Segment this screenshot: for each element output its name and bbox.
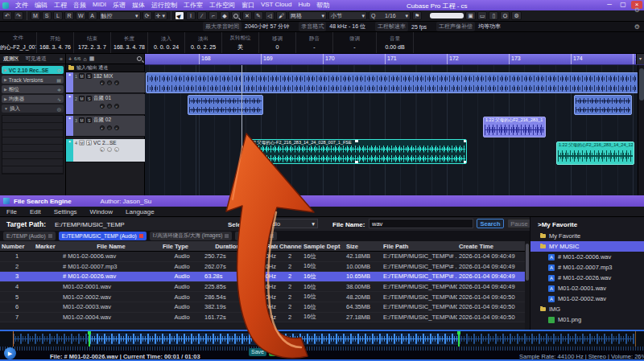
read-automation-button[interactable]: R bbox=[64, 11, 74, 20]
table-row[interactable]: 2 # M01-02-0007.mp3 Audio 262.07s 44100H… bbox=[0, 262, 525, 273]
record-enable-icon[interactable]: ● bbox=[100, 104, 105, 109]
grid-overlay-button[interactable]: ✛ ▾ bbox=[154, 11, 167, 20]
menu-item[interactable]: 文件 bbox=[12, 1, 31, 10]
close-tab-icon[interactable] bbox=[139, 234, 143, 238]
insert-slot[interactable] bbox=[2, 145, 63, 152]
menu-item[interactable]: Edit bbox=[23, 208, 47, 215]
timeline-ruler[interactable]: 168169170171172173174175 bbox=[145, 54, 644, 65]
tree-item-file[interactable]: AM01-02-0001.wav bbox=[530, 283, 644, 293]
column-header[interactable]: Sample Rate bbox=[242, 243, 278, 250]
event-handle[interactable] bbox=[464, 161, 467, 164]
column-header[interactable]: Create Time bbox=[457, 243, 525, 250]
column-header[interactable]: Marker bbox=[34, 243, 61, 250]
column-header[interactable]: Number bbox=[0, 243, 34, 250]
column-header[interactable]: File Path bbox=[382, 243, 457, 250]
insert-slot[interactable] bbox=[2, 152, 63, 159]
search-button[interactable]: Search bbox=[477, 219, 504, 228]
path-tab[interactable]: I:/高清环绕音乐/大海 (Images) bbox=[150, 232, 233, 240]
inspector-section-track-versions[interactable]: ▶Track Versions▤ bbox=[2, 76, 64, 84]
monitor-icon[interactable]: ◁ bbox=[107, 80, 112, 85]
event-display[interactable]: 1.22 父母的心F2_216_283_1 1.22 父母的心-F2_216_2… bbox=[145, 65, 644, 195]
event-handle[interactable] bbox=[355, 161, 358, 164]
scrollbar-thumb[interactable] bbox=[526, 244, 529, 281]
info-value[interactable]: 168. 3. 4. 78 bbox=[114, 44, 145, 50]
refresh-icon[interactable]: ⟳ bbox=[57, 68, 61, 73]
vertical-scrollbar[interactable] bbox=[638, 65, 644, 195]
menu-item[interactable]: 工作室 bbox=[180, 1, 206, 10]
pan-law[interactable]: 工程声像补偿均等功率 bbox=[436, 22, 501, 31]
ruler-bar[interactable]: 174 bbox=[571, 54, 633, 64]
track-row-vc2-selected[interactable]: ✦ 4MSVC 2...SE ●◁e bbox=[66, 139, 145, 162]
io-channels-row[interactable]: 输入/输出 通道 bbox=[66, 64, 144, 72]
info-value[interactable]: 关 bbox=[237, 43, 243, 51]
listen-button[interactable]: L bbox=[53, 11, 63, 20]
info-value[interactable]: 1.22父母的心-F2_J_007_1_FSE bbox=[0, 43, 37, 51]
info-value[interactable]: - bbox=[313, 44, 315, 50]
menu-item[interactable]: 音频 bbox=[70, 1, 89, 10]
grid-type-select[interactable]: 小节▾ bbox=[328, 11, 367, 20]
menu-item[interactable]: 编辑 bbox=[31, 1, 51, 10]
menu-item[interactable]: Language bbox=[119, 208, 161, 215]
column-header[interactable]: Channels bbox=[278, 243, 302, 250]
info-value[interactable]: - bbox=[353, 44, 355, 50]
insert-slot[interactable] bbox=[2, 116, 63, 123]
menu-item[interactable]: 乐谱 bbox=[109, 1, 129, 10]
glue-tool[interactable]: ⌐ bbox=[208, 11, 218, 20]
info-value[interactable]: 0.00 dB bbox=[385, 44, 404, 50]
info-column[interactable]: 淡入 0. 0. 0. 24 bbox=[148, 32, 185, 53]
menu-item[interactable]: File bbox=[0, 208, 23, 215]
column-header[interactable]: Duration bbox=[203, 243, 242, 250]
info-column[interactable]: 反转相位 关 bbox=[222, 32, 259, 53]
draw-tool[interactable]: ✎ bbox=[254, 11, 263, 20]
close-tab-icon[interactable] bbox=[270, 234, 274, 238]
gear-icon[interactable]: ⚙ bbox=[634, 23, 640, 31]
inspector-section-eq[interactable]: ▶均衡器∿ bbox=[2, 95, 64, 103]
track-name[interactable]: 音频 01 bbox=[93, 95, 111, 102]
record-enable-icon[interactable]: ● bbox=[100, 147, 105, 152]
menu-item[interactable]: Window bbox=[84, 208, 119, 215]
cancel-button[interactable]: Cancel bbox=[265, 335, 286, 344]
info-value[interactable]: 0. 0. 0. 24 bbox=[154, 44, 179, 50]
path-tab-active[interactable]: E:/TEMP/MUSIC_TEMP (Audio) bbox=[59, 232, 147, 240]
solo-button[interactable]: S bbox=[86, 117, 92, 123]
insert-slot[interactable] bbox=[2, 137, 63, 145]
audio-event-182mix[interactable] bbox=[146, 72, 638, 93]
audio-event-selected[interactable]: 1.22 父母的心-F2_216_283_14_24_028_007_1_FSE bbox=[245, 139, 467, 164]
tree-item-image[interactable]: M01.png bbox=[530, 314, 644, 325]
favorites-header[interactable]: >My Favorite bbox=[530, 217, 644, 231]
audio-event-cyan-right[interactable]: 1.22 父母的心F2_216_283_14_24_1228 bbox=[556, 142, 634, 165]
ruler-bar[interactable]: 168 bbox=[199, 54, 261, 64]
info-column[interactable]: 移调 0 bbox=[259, 32, 296, 53]
monitor-icon[interactable]: ◁ bbox=[107, 125, 112, 130]
solo-button[interactable]: S bbox=[86, 96, 92, 101]
range-selection-tool[interactable]: I bbox=[186, 11, 196, 20]
suspend-automation-button[interactable]: A bbox=[88, 11, 97, 20]
frame-rate[interactable]: 工程帧速率25 fps bbox=[375, 22, 427, 31]
info-column[interactable]: 文件 1.22父母的心-F2_J_007_1_FSE bbox=[0, 32, 37, 53]
menu-item[interactable]: 运行控制 bbox=[148, 1, 180, 10]
table-row[interactable]: 4 M01-02-0001.wav Audio 225.85s 44100Hz … bbox=[0, 282, 525, 293]
layout-right-zone-button[interactable]: ▯ bbox=[489, 11, 498, 20]
layout-left-zone-button[interactable]: ▣ bbox=[465, 11, 476, 20]
drag-button[interactable]: Drag bbox=[287, 348, 305, 356]
close-tab-icon[interactable] bbox=[48, 234, 52, 238]
menu-item[interactable]: 窗口 bbox=[238, 1, 258, 10]
grid-icon[interactable]: ▦ bbox=[89, 55, 95, 62]
insert-slot[interactable] bbox=[2, 130, 63, 137]
file-type-select[interactable]: Audio▾ bbox=[262, 219, 318, 228]
tree-item-file[interactable]: A# M01-02-0006.wav bbox=[530, 252, 644, 262]
sync-icon[interactable]: ⟳ bbox=[142, 11, 152, 20]
column-header[interactable]: Size bbox=[345, 243, 382, 250]
tree-item-folder-selected[interactable]: MY MUSIC bbox=[530, 241, 644, 252]
minimize-icon[interactable]: ─ bbox=[604, 1, 615, 9]
track-name[interactable]: VC 2...SE bbox=[93, 140, 117, 146]
maximize-icon[interactable]: ▢ bbox=[617, 1, 629, 9]
info-column[interactable]: 微调 - bbox=[333, 32, 377, 53]
gear-icon[interactable]: ⚙ bbox=[511, 11, 521, 20]
hamburger-icon[interactable]: ≡ bbox=[60, 56, 63, 62]
target-path-value[interactable]: E:/TEMP/MUSIC_TEMP bbox=[55, 221, 125, 228]
ruler-bar[interactable]: 173 bbox=[509, 54, 571, 64]
ruler-bar[interactable]: 170 bbox=[323, 54, 385, 64]
tab-inspector[interactable]: 观测区 bbox=[0, 55, 23, 63]
column-header[interactable]: File Name bbox=[61, 243, 161, 250]
